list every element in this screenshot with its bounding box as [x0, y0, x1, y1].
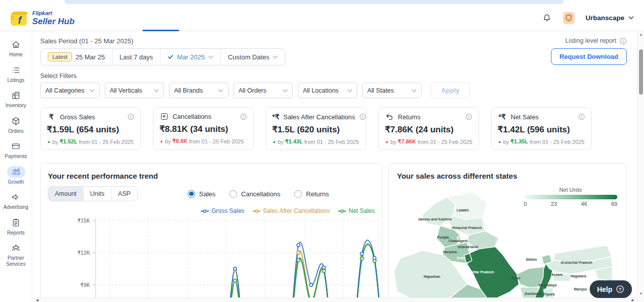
filter-dropdown-all-verticals[interactable]: All Verticals [105, 83, 164, 98]
legend-item-gross-sales[interactable]: Gross Sales [201, 207, 244, 214]
seller-tier-badge[interactable]: B [563, 12, 575, 24]
sidebar-item-label: Reports [7, 230, 25, 236]
card-header: ₹Gross Sales [47, 113, 134, 121]
card-delta: ▲by₹8.6Kfrom 01 - 25 Feb 2025 [159, 138, 247, 144]
state-label-tripura: Tripura [543, 292, 555, 296]
rupee-icon: ₹ [47, 113, 56, 121]
date-segment-month[interactable]: Mar 2025 [160, 49, 221, 65]
flipkart-wallet-icon: f [10, 10, 28, 26]
filter-dropdown-all-locations[interactable]: All Locations [298, 83, 357, 98]
brand-line2: Seller Hub [32, 17, 74, 26]
metric-card-net-sales: *₹Net Sales₹1.42L (596 units)▲by₹1.35Lfr… [491, 107, 592, 150]
vertical-scroll-thumb[interactable] [639, 49, 643, 95]
date-segment-last7[interactable]: Last 7 days [113, 49, 161, 65]
seller-hub-page: f Flipkart Seller Hub B Urbanscape [0, 0, 644, 302]
select-filters-label: Select Filters [40, 72, 627, 80]
sidebar-item-home[interactable]: Home [0, 35, 32, 61]
card-value: ₹8.81K (34 units) [159, 124, 247, 134]
info-icon[interactable] [240, 113, 247, 120]
radio-sales[interactable]: Sales [188, 190, 216, 198]
state-label-chandigarh: Chandigarh [448, 239, 467, 243]
metric-card-returns: Returns₹7.86K (24 units)▲by₹7.86Kfrom 01… [378, 107, 479, 150]
state-label-himachal-pradesh: Himachal Pradesh [452, 226, 482, 230]
delta-period: from 01 - 25 Feb 2025 [79, 139, 134, 145]
scroll-up-arrow[interactable]: ▲ [637, 32, 644, 37]
tab-units[interactable]: Units [84, 187, 111, 201]
notification-bell-icon[interactable] [542, 13, 552, 23]
state-label-delhi: Delhi [457, 256, 465, 260]
panels-row: Your recent performance trend AmountUnit… [40, 163, 627, 302]
state-label-manipur: Manipur [574, 287, 587, 291]
state-label-sikkim: Sikkim [526, 258, 537, 261]
sidebar-item-listings[interactable]: Listings [0, 61, 32, 87]
delta-amount: ₹7.86K [398, 138, 416, 145]
info-icon[interactable] [578, 113, 585, 120]
sidebar-item-inventory[interactable]: Inventory [0, 86, 32, 112]
radio-circle [294, 190, 302, 198]
sidebar-item-label: Advertising [4, 204, 28, 210]
sidebar-item-advertising[interactable]: Advertising [0, 188, 32, 213]
scroll-right-arrow[interactable]: ► [631, 298, 635, 302]
radio-circle [229, 190, 237, 198]
legend-item-sales-after-cancellations[interactable]: Sales After Cancellations [253, 207, 330, 214]
scroll-down-arrow[interactable]: ▼ [637, 291, 644, 296]
date-segment-custom[interactable]: Custom Dates [221, 49, 285, 65]
sidebar-item-growth[interactable]: Growth [0, 163, 32, 188]
filter-dropdown-all-orders[interactable]: All Orders [233, 83, 293, 98]
payments-icon [7, 140, 25, 152]
partner-services-icon [7, 242, 25, 254]
radio-cancellations[interactable]: Cancellations [229, 190, 280, 198]
help-button[interactable]: Help ? [590, 280, 632, 298]
info-icon[interactable] [359, 113, 366, 120]
card-value: ₹1.5L (620 units) [272, 124, 360, 135]
vertical-scrollbar[interactable]: ▲ ▼ [637, 31, 644, 302]
sidebar-item-payments[interactable]: Payments [0, 137, 32, 163]
radio-returns[interactable]: Returns [294, 190, 329, 198]
legend-label: Gross Sales [211, 207, 244, 214]
scroll-left-arrow[interactable]: ◄ [35, 298, 39, 302]
metric-cards-row: ₹Gross Sales₹1.59L (654 units)▲by₹1.52Lf… [40, 107, 627, 150]
sidebar-item-partner-services[interactable]: Partner Services [0, 239, 32, 270]
horizontal-scrollbar[interactable]: ◄ ► [32, 297, 637, 302]
svg-text:B: B [567, 15, 571, 20]
chevron-down-icon [347, 87, 352, 94]
radio-circle [188, 190, 195, 198]
filter-dropdown-all-categories[interactable]: All Categories [40, 83, 100, 98]
listing-level-report-label: Listing level report [566, 37, 616, 44]
delta-period: from 01 - 25 Feb 2025 [304, 139, 359, 145]
request-download-button[interactable]: Request Download [551, 48, 627, 65]
metric-card-sales-after-cancellations: *₹Sales After Cancellations₹1.5L (620 un… [266, 107, 366, 150]
advertising-icon [7, 191, 25, 203]
filter-dropdown-value: All States [367, 87, 394, 94]
tab-asp[interactable]: ASP [112, 187, 137, 201]
info-icon[interactable] [127, 113, 134, 120]
info-icon[interactable] [465, 113, 472, 120]
listing-level-report[interactable]: Listing level report [566, 37, 627, 45]
filter-dropdown-all-brands[interactable]: All Brands [169, 83, 228, 98]
delta-by-label: by [165, 138, 171, 144]
date-segment-latest[interactable]: Latest 25 Mar 25 [41, 49, 113, 65]
account-menu[interactable]: Urbanscape [586, 14, 634, 22]
radio-label: Returns [306, 190, 329, 198]
filter-dropdown-value: All Orders [238, 87, 267, 94]
map-panel-title: Your sales across different states [397, 172, 618, 180]
period-row: Sales Period (01 - 25 Mar 2025) Listing … [40, 36, 627, 45]
flipkart-logo[interactable]: f Flipkart Seller Hub [10, 10, 74, 26]
state-label-haryana: Haryana [443, 250, 456, 254]
date-control-row: Latest 25 Mar 25 Last 7 days Mar 2025 Cu… [40, 48, 627, 65]
sidebar-item-reports[interactable]: Reports [0, 213, 32, 239]
info-icon[interactable] [619, 37, 627, 45]
shield-icon: B [565, 14, 573, 22]
legend-item-net-sales[interactable]: Net Sales [338, 207, 375, 214]
metric-card-gross-sales: ₹Gross Sales₹1.59L (654 units)▲by₹1.52Lf… [40, 107, 141, 150]
tab-amount[interactable]: Amount [48, 187, 84, 201]
custom-dates-label: Custom Dates [228, 53, 269, 61]
apply-filters-button[interactable]: Apply [431, 83, 470, 98]
brand-line1: Flipkart [32, 11, 74, 16]
performance-trend-panel: Your recent performance trend AmountUnit… [40, 163, 382, 302]
state-label-assam: Assam [551, 273, 563, 276]
radio-label: Cancellations [241, 190, 280, 198]
state-label-arunachal-pradesh: Arunachal Pradesh [560, 261, 592, 264]
sidebar-item-orders[interactable]: Orders [0, 112, 32, 137]
filter-dropdown-all-states[interactable]: All States [362, 83, 422, 98]
